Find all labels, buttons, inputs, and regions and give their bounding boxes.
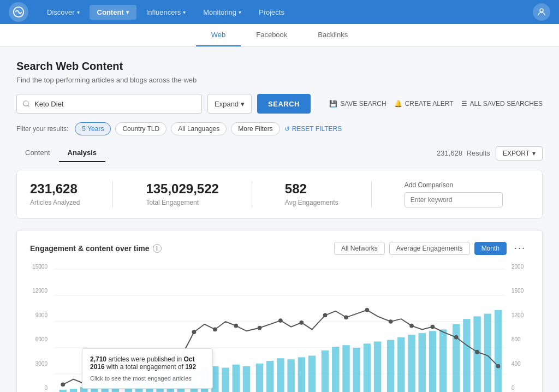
tab-facebook[interactable]: Facebook: [241, 24, 302, 46]
top-nav: Discover ▾ Content ▾ Influencers ▾ Monit…: [0, 0, 559, 24]
svg-rect-31: [287, 359, 294, 392]
svg-rect-37: [353, 348, 360, 392]
search-input-wrap: [16, 94, 202, 114]
svg-rect-29: [266, 361, 273, 392]
svg-point-63: [323, 313, 328, 318]
alert-icon: 🔔: [394, 100, 402, 108]
svg-rect-34: [322, 351, 329, 392]
results-number: 231,628 Results: [437, 149, 490, 157]
logo[interactable]: [9, 2, 28, 22]
tooltip-text: 2,710 articles were published in Oct 201…: [90, 355, 196, 371]
search-input[interactable]: [34, 100, 196, 108]
nav-influencers[interactable]: Influencers ▾: [139, 5, 194, 20]
filter-row: Filter your results: 5 Years Country TLD…: [16, 122, 543, 135]
svg-rect-42: [408, 335, 415, 392]
reset-filters-button[interactable]: ↺ RESET FILTERS: [284, 125, 342, 133]
tab-content[interactable]: Content: [16, 144, 59, 162]
filter-chip-country[interactable]: Country TLD: [115, 122, 166, 135]
search-button[interactable]: SEARCH: [257, 94, 311, 114]
filter-chip-more[interactable]: More Filters: [231, 122, 280, 135]
svg-point-2: [23, 101, 28, 106]
comparison-input[interactable]: [405, 192, 503, 207]
create-alert-action[interactable]: 🔔 CREATE ALERT: [394, 100, 454, 108]
search-actions: 💾 SAVE SEARCH 🔔 CREATE ALERT ☰ ALL SAVED…: [329, 100, 543, 108]
expand-button[interactable]: Expand ▾: [207, 94, 252, 114]
chart-btn-networks[interactable]: All Networks: [334, 242, 385, 255]
nav-discover[interactable]: Discover ▾: [39, 5, 87, 20]
svg-point-58: [213, 328, 217, 332]
svg-point-71: [496, 364, 501, 369]
svg-rect-41: [397, 337, 405, 392]
svg-point-61: [278, 318, 283, 323]
page-subtitle: Find the top performing articles and blo…: [16, 76, 543, 84]
svg-point-1: [540, 9, 543, 12]
sub-tabs: Web Facebook Backlinks: [0, 24, 559, 47]
svg-rect-46: [453, 324, 460, 392]
svg-rect-25: [222, 368, 229, 392]
chart-tooltip: 2,710 articles were published in Oct 201…: [82, 348, 213, 389]
svg-line-3: [28, 105, 29, 107]
stat-engagement-label: Total Engagement: [146, 199, 218, 206]
user-avatar[interactable]: [533, 3, 550, 21]
stat-avg: 582 Avg Engagements: [285, 181, 338, 206]
stat-avg-value: 582: [285, 181, 338, 197]
svg-point-51: [61, 382, 65, 387]
chevron-down-icon: ▾: [532, 150, 536, 157]
chart-btn-month[interactable]: Month: [474, 242, 507, 255]
svg-point-60: [258, 326, 262, 330]
save-search-action[interactable]: 💾 SAVE SEARCH: [329, 100, 386, 108]
svg-point-57: [192, 330, 197, 334]
filter-chip-language[interactable]: All Languages: [171, 122, 227, 135]
svg-rect-48: [473, 316, 480, 392]
tab-backlinks[interactable]: Backlinks: [302, 24, 363, 46]
info-icon[interactable]: i: [153, 244, 162, 253]
stat-engagement: 135,029,522 Total Engagement: [146, 181, 218, 206]
tab-web[interactable]: Web: [196, 24, 241, 46]
page-title: Search Web Content: [16, 60, 543, 73]
chevron-down-icon: ▾: [77, 9, 80, 15]
svg-rect-10: [60, 390, 67, 392]
svg-rect-39: [374, 341, 381, 392]
svg-rect-44: [429, 331, 436, 392]
svg-rect-28: [256, 364, 263, 392]
nav-links: Discover ▾ Content ▾ Influencers ▾ Monit…: [39, 5, 533, 20]
svg-rect-35: [332, 347, 339, 392]
chart-container: 15000 12000 9000 6000 3000 0 2000 1600 1…: [30, 264, 529, 392]
svg-point-64: [344, 315, 348, 319]
chevron-down-icon: ▾: [126, 9, 129, 15]
svg-rect-11: [70, 389, 77, 392]
chart-controls: All Networks Average Engagements Month ·…: [334, 241, 529, 255]
chart-btn-engagements[interactable]: Average Engagements: [389, 242, 470, 255]
stat-divider-3: [371, 181, 372, 207]
svg-point-69: [454, 335, 459, 340]
more-options-icon[interactable]: ···: [511, 241, 529, 255]
list-icon: ☰: [461, 100, 467, 108]
filter-chip-5years[interactable]: 5 Years: [75, 122, 111, 135]
svg-rect-38: [364, 343, 371, 392]
svg-rect-47: [463, 319, 470, 392]
svg-point-65: [365, 308, 370, 312]
svg-rect-40: [387, 340, 394, 392]
svg-rect-33: [308, 355, 316, 392]
svg-rect-36: [342, 345, 349, 392]
stats-card: 231,628 Articles Analyzed 135,029,522 To…: [16, 170, 543, 219]
all-saved-searches-action[interactable]: ☰ ALL SAVED SEARCHES: [461, 100, 543, 108]
results-count: 231,628 Results EXPORT ▾: [437, 146, 543, 161]
stat-articles-label: Articles Analyzed: [30, 199, 80, 206]
svg-point-59: [234, 324, 238, 328]
svg-rect-27: [243, 366, 250, 392]
chevron-down-icon: ▾: [183, 9, 186, 15]
svg-rect-32: [298, 357, 305, 392]
search-bar: Expand ▾ SEARCH 💾 SAVE SEARCH 🔔 CREATE A…: [16, 94, 543, 114]
nav-projects[interactable]: Projects: [251, 5, 292, 20]
comparison-label: Add Comparison: [405, 181, 503, 189]
nav-monitoring[interactable]: Monitoring ▾: [195, 5, 249, 20]
tooltip-hint: Click to see the most engaged articles: [90, 375, 205, 382]
nav-content[interactable]: Content ▾: [90, 5, 136, 20]
export-button[interactable]: EXPORT ▾: [496, 146, 543, 161]
svg-point-68: [431, 325, 435, 329]
svg-rect-50: [495, 310, 502, 392]
svg-point-66: [389, 319, 393, 324]
tab-analysis[interactable]: Analysis: [59, 144, 105, 162]
filter-label: Filter your results:: [16, 125, 68, 133]
